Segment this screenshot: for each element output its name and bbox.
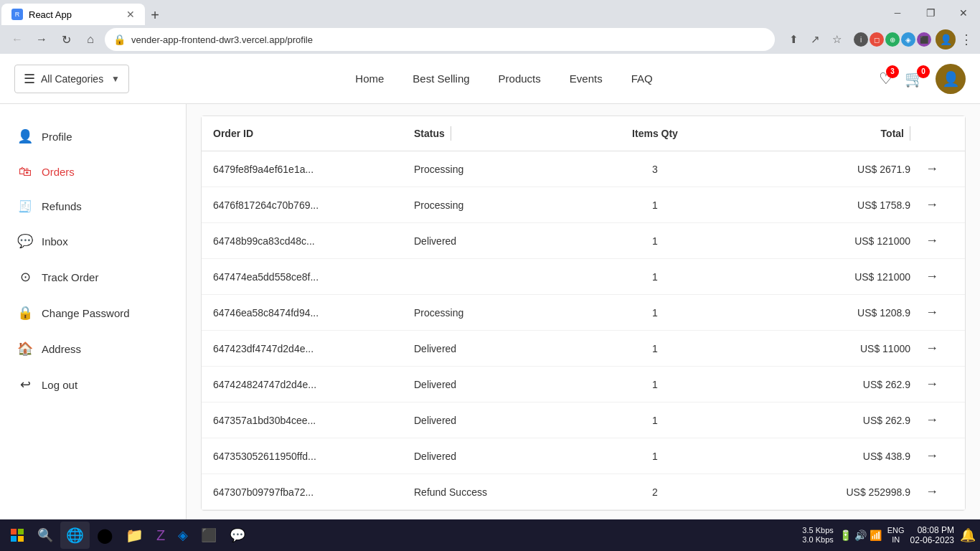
col-order-id: Order ID xyxy=(213,128,414,139)
forward-button[interactable]: → xyxy=(32,29,52,50)
active-tab[interactable]: R React App ✕ xyxy=(1,4,145,25)
sidebar-item-inbox[interactable]: 💬 Inbox xyxy=(0,223,186,259)
bookmark-button[interactable]: ☆ xyxy=(826,29,847,50)
order-id-2: 64748b99ca83cd48c... xyxy=(213,235,414,247)
browser-menu-button[interactable]: ⋮ xyxy=(960,32,973,47)
svg-rect-0 xyxy=(11,529,17,534)
nav-best-selling[interactable]: Best Selling xyxy=(413,72,469,85)
notification-button[interactable]: 🔔 xyxy=(960,527,976,543)
order-arrow-5[interactable]: → xyxy=(910,341,953,356)
order-total-8: US$ 438.9 xyxy=(767,451,910,462)
window-close-button[interactable]: ✕ xyxy=(947,0,980,25)
taskbar-chrome[interactable]: ⬤ xyxy=(91,522,118,549)
language-indicator: ENG IN xyxy=(887,526,905,545)
navbar-right-icons: ♡ 3 🛒 0 👤 xyxy=(879,64,966,94)
network-icon: 📶 xyxy=(870,529,882,541)
all-categories-button[interactable]: ☰ All Categories ▼ xyxy=(14,65,129,93)
nav-products[interactable]: Products xyxy=(499,72,541,85)
sidebar-item-track-order[interactable]: ⊙ Track Order xyxy=(0,259,186,295)
taskbar-search[interactable]: 🔍 xyxy=(32,522,59,549)
cart-button[interactable]: 🛒 0 xyxy=(905,70,924,88)
table-row: 647474ea5dd558ce8f... 1 US$ 121000 → xyxy=(202,259,965,295)
order-arrow-9[interactable]: → xyxy=(910,484,953,499)
order-arrow-7[interactable]: → xyxy=(910,413,953,428)
share-button[interactable]: ↗ xyxy=(805,29,825,50)
order-total-4: US$ 1208.9 xyxy=(767,307,910,319)
order-total-7: US$ 262.9 xyxy=(767,415,910,426)
back-button[interactable]: ← xyxy=(7,29,27,50)
nav-faq[interactable]: FAQ xyxy=(631,72,653,85)
taskbar-zeal[interactable]: Z xyxy=(151,522,171,549)
ext-icon-1[interactable]: i xyxy=(854,32,868,47)
sidebar-item-profile[interactable]: 👤 Profile xyxy=(0,118,186,154)
navbar-links: Home Best Selling Products Events FAQ xyxy=(143,72,864,85)
order-arrow-6[interactable]: → xyxy=(910,377,953,392)
order-arrow-0[interactable]: → xyxy=(910,161,953,176)
browser-profile-avatar[interactable]: 👤 xyxy=(936,29,956,50)
taskbar-filemanager[interactable]: 📁 xyxy=(120,522,149,549)
order-arrow-1[interactable]: → xyxy=(910,197,953,212)
volume-icon: 🔊 xyxy=(854,529,867,541)
chevron-down-icon: ▼ xyxy=(111,74,120,84)
window-minimize-button[interactable]: ─ xyxy=(881,0,914,25)
order-qty-7: 1 xyxy=(543,415,767,426)
order-qty-6: 1 xyxy=(543,379,767,390)
ext-icon-4[interactable]: ◈ xyxy=(901,32,915,47)
folder-icon: 📁 xyxy=(126,527,143,544)
lock-icon-sidebar: 🔒 xyxy=(17,305,33,321)
user-avatar[interactable]: 👤 xyxy=(936,64,966,94)
nav-events[interactable]: Events xyxy=(570,72,603,85)
nav-home[interactable]: Home xyxy=(355,72,384,85)
sidebar-item-refunds[interactable]: 🧾 Refunds xyxy=(0,189,186,223)
wishlist-button[interactable]: ♡ 3 xyxy=(879,70,893,88)
table-row: 64746ea58c8474fd94... Processing 1 US$ 1… xyxy=(202,295,965,331)
screenshot-button[interactable]: ⬆ xyxy=(783,29,804,50)
sidebar-item-address[interactable]: 🏠 Address xyxy=(0,331,186,367)
taskbar-clock[interactable]: 08:08 PM 02-06-2023 xyxy=(910,525,954,545)
browser-address-bar-row: ← → ↻ ⌂ 🔒 vender-app-frontend-dwr3.verce… xyxy=(0,25,980,54)
cart-badge: 0 xyxy=(917,65,930,78)
refresh-button[interactable]: ↻ xyxy=(56,29,76,50)
order-id-0: 6479fe8f9a4ef61e1a... xyxy=(213,164,414,175)
add-tab-button[interactable]: + xyxy=(145,5,165,25)
speed-down: 3.0 Kbps xyxy=(802,535,833,545)
zoom-icon: ⬛ xyxy=(201,527,217,543)
taskbar-zoom[interactable]: ⬛ xyxy=(195,522,222,549)
orders-icon: 🛍 xyxy=(17,164,33,179)
order-status-4: Processing xyxy=(414,307,543,319)
sidebar: 👤 Profile 🛍 Orders 🧾 Refunds 💬 Inbox ⊙ T… xyxy=(0,104,187,519)
taskbar-edge[interactable]: 🌐 xyxy=(60,522,90,549)
start-button[interactable] xyxy=(4,522,30,548)
avatar-icon: 👤 xyxy=(942,70,960,88)
sidebar-item-change-password[interactable]: 🔒 Change Password xyxy=(0,295,186,331)
col-total: Total xyxy=(767,126,910,141)
order-arrow-2[interactable]: → xyxy=(910,233,953,248)
extension-icons: i ◻ ⊕ ◈ ⬛ xyxy=(854,32,931,47)
order-arrow-8[interactable]: → xyxy=(910,448,953,463)
lang-2: IN xyxy=(892,535,900,545)
tab-close-icon[interactable]: ✕ xyxy=(126,9,135,20)
sidebar-item-orders[interactable]: 🛍 Orders xyxy=(0,154,186,189)
address-bar[interactable]: 🔒 vender-app-frontend-dwr3.vercel.app/pr… xyxy=(105,28,775,51)
taskbar-whatsapp[interactable]: 💬 xyxy=(224,522,251,549)
taskbar-vscode[interactable]: ◈ xyxy=(172,522,194,549)
table-header: Order ID Status Items Qty Total xyxy=(202,116,965,151)
order-total-0: US$ 2671.9 xyxy=(767,164,910,175)
network-speed: 3.5 Kbps 3.0 Kbps xyxy=(802,526,833,545)
address-icon: 🏠 xyxy=(17,341,33,357)
sidebar-item-logout[interactable]: ↩ Log out xyxy=(0,367,186,402)
navbar: ☰ All Categories ▼ Home Best Selling Pro… xyxy=(0,54,980,104)
ext-icon-2[interactable]: ◻ xyxy=(870,32,884,47)
inbox-icon: 💬 xyxy=(17,233,33,249)
home-button[interactable]: ⌂ xyxy=(80,29,100,50)
order-status-6: Delivered xyxy=(414,379,543,390)
main-content: 👤 Profile 🛍 Orders 🧾 Refunds 💬 Inbox ⊙ T… xyxy=(0,104,980,519)
order-arrow-4[interactable]: → xyxy=(910,305,953,320)
window-maximize-button[interactable]: ❐ xyxy=(914,0,947,25)
ext-icon-3[interactable]: ⊕ xyxy=(885,32,900,47)
order-total-6: US$ 262.9 xyxy=(767,379,910,390)
order-arrow-3[interactable]: → xyxy=(910,269,953,284)
col-status-label: Status xyxy=(414,128,445,139)
ext-icon-5[interactable]: ⬛ xyxy=(917,32,931,47)
vscode-icon: ◈ xyxy=(178,527,188,543)
